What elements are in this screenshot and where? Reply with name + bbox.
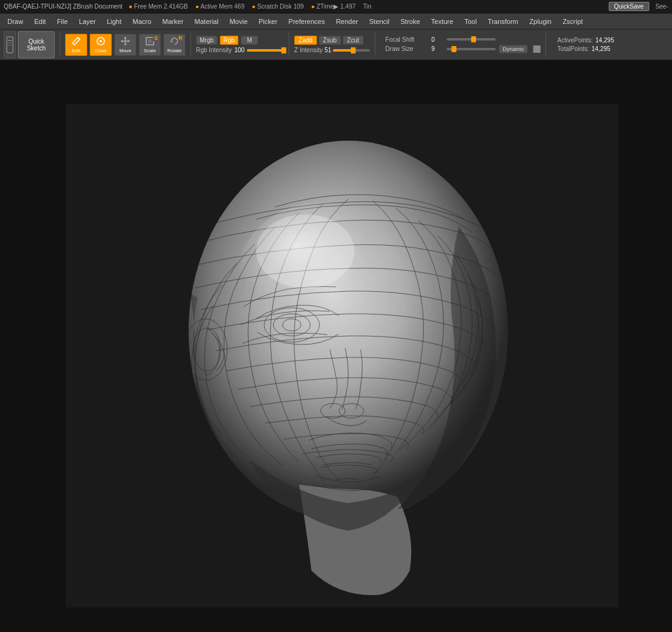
dynamic-button[interactable]: Dynamic xyxy=(499,45,528,53)
menu-edit[interactable]: Edit xyxy=(29,16,51,27)
total-points-label: TotalPoints: xyxy=(557,45,589,52)
scale-button[interactable]: S Scale xyxy=(139,34,161,56)
menu-zplugin[interactable]: Zplugin xyxy=(525,16,557,27)
mrgb-button[interactable]: Mrgb xyxy=(196,36,217,45)
separator-5 xyxy=(545,33,546,57)
see-button[interactable]: See- xyxy=(655,3,668,10)
canvas-inner xyxy=(0,60,672,632)
menu-movie[interactable]: Movie xyxy=(225,16,252,27)
toolbar: Quick Sketch Edit Draw Move S Scale xyxy=(0,29,672,60)
draw-size-label: Draw Size xyxy=(385,45,428,52)
tin: Tin xyxy=(363,3,372,10)
menu-stroke[interactable]: Stroke xyxy=(396,16,425,27)
scratch-disk: ● Scratch Disk 109 xyxy=(252,3,303,10)
edit-label: Edit xyxy=(72,48,80,53)
menu-draw[interactable]: Draw xyxy=(2,16,28,27)
separator-2 xyxy=(190,33,191,57)
move-button[interactable]: Move xyxy=(114,34,136,56)
dynamic-square xyxy=(533,45,541,53)
rgb-intensity-label: Rgb Intensity xyxy=(196,47,232,53)
menu-preferences[interactable]: Preferences xyxy=(284,16,330,27)
focal-shift-value: 0 xyxy=(431,36,443,43)
separator-1 xyxy=(60,33,60,57)
menu-picker[interactable]: Picker xyxy=(254,16,283,27)
m-button[interactable]: M xyxy=(241,36,258,45)
menu-light[interactable]: Light xyxy=(102,16,127,27)
memory-info: ● Free Mem 2.414GB ● Active Mem 469 ● Sc… xyxy=(128,3,602,10)
quicksketch-button[interactable]: Quick Sketch xyxy=(18,31,55,58)
rgb-intensity-value: 100 xyxy=(234,47,244,53)
draw-size-slider[interactable] xyxy=(447,48,496,50)
z-intensity-slider[interactable] xyxy=(333,49,370,52)
draw-size-value: 9 xyxy=(431,45,443,52)
rotate-label: Rotate xyxy=(167,48,182,53)
draw-label: Draw xyxy=(95,48,107,53)
head-viewport xyxy=(12,79,672,632)
quicksketch-icon xyxy=(4,31,16,58)
menu-tool[interactable]: Tool xyxy=(459,16,482,27)
active-points-value: 14,295 xyxy=(595,37,614,44)
zadd-button[interactable]: Zadd xyxy=(294,36,317,45)
menu-macro[interactable]: Macro xyxy=(128,16,157,27)
z-controls: Zadd Zsub Zcut Z Intensity 51 xyxy=(294,36,370,53)
zsub-button[interactable]: Zsub xyxy=(319,36,341,45)
z-intensity-value: 51 xyxy=(324,47,331,53)
active-mem: ● Active Mem 469 xyxy=(195,3,244,10)
title-bar: QBAF-QAEJ-TPUI-NZIJ] ZBrush Document ● F… xyxy=(0,0,672,14)
svg-point-20 xyxy=(256,214,354,288)
focal-shift-slider[interactable] xyxy=(447,38,496,41)
rgb-intensity-slider[interactable] xyxy=(247,49,284,52)
z-intensity-label: Z Intensity xyxy=(294,47,322,53)
total-points-value: 14,295 xyxy=(592,45,611,52)
menu-transform[interactable]: Transform xyxy=(483,16,523,27)
move-label: Move xyxy=(119,48,131,53)
rotate-button[interactable]: R Rotate xyxy=(163,34,186,56)
menu-render[interactable]: Render xyxy=(331,16,363,27)
edit-button[interactable]: Edit xyxy=(65,34,87,56)
points-info: ActivePoints: 14,295 TotalPoints: 14,295 xyxy=(557,37,614,52)
svg-rect-8 xyxy=(148,39,152,43)
quicksave-button[interactable]: QuickSave xyxy=(609,2,649,11)
canvas-area[interactable] xyxy=(0,60,672,632)
svg-line-4 xyxy=(78,37,80,39)
menu-bar: Draw Edit File Layer Light Macro Marker … xyxy=(0,14,672,29)
rgb-button[interactable]: Rgb xyxy=(220,36,238,45)
ztime: ● ZTime▶ 1.497 xyxy=(311,3,356,10)
draw-button[interactable]: Draw xyxy=(90,34,112,56)
menu-file[interactable]: File xyxy=(52,16,73,27)
focal-shift-label: Focal Shift xyxy=(385,36,428,43)
menu-zscript[interactable]: Zscript xyxy=(558,16,588,27)
svg-rect-0 xyxy=(7,37,13,53)
separator-4 xyxy=(375,33,375,57)
svg-point-6 xyxy=(100,40,102,42)
menu-layer[interactable]: Layer xyxy=(74,16,101,27)
zcut-button[interactable]: Zcut xyxy=(343,36,363,45)
color-controls: Mrgb Rgb M Rgb Intensity 100 xyxy=(196,36,284,53)
menu-stencil[interactable]: Stencil xyxy=(364,16,394,27)
window-title: QBAF-QAEJ-TPUI-NZIJ] ZBrush Document xyxy=(4,3,122,10)
menu-material[interactable]: Material xyxy=(190,16,224,27)
scale-label: Scale xyxy=(144,48,156,53)
active-points-label: ActivePoints: xyxy=(557,37,593,44)
menu-marker[interactable]: Marker xyxy=(157,16,188,27)
separator-3 xyxy=(289,33,289,57)
menu-texture[interactable]: Texture xyxy=(426,16,458,27)
focal-controls: Focal Shift 0 Draw Size 9 Dynamic xyxy=(385,36,541,53)
free-mem: ● Free Mem 2.414GB xyxy=(128,3,188,10)
